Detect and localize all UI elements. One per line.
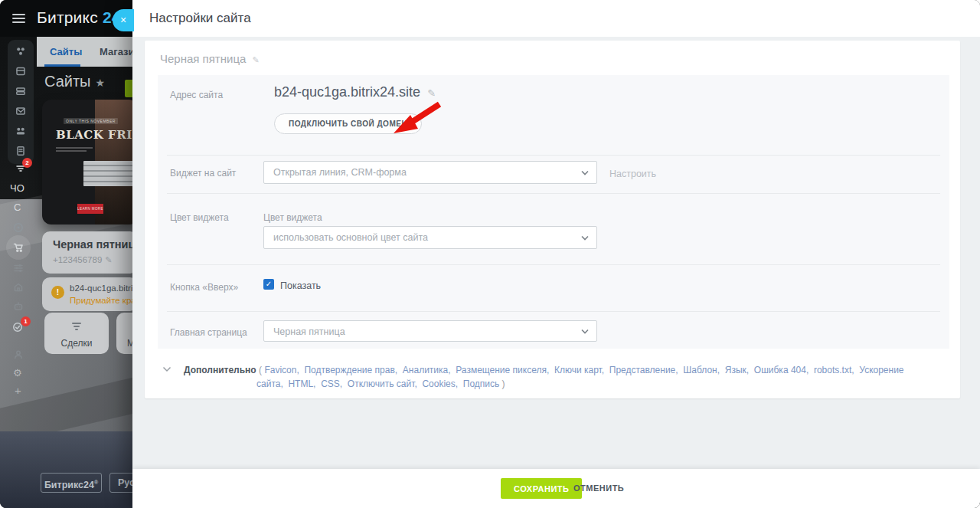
additional-settings: Дополнительно ( FaviconПодтверждение пра… xyxy=(184,363,934,391)
collapse-chevron-icon[interactable] xyxy=(162,366,172,372)
close-panel-button[interactable]: × xyxy=(113,9,134,31)
site-preview-card[interactable]: ONLY THIS NOVEMBER BLACK FRI LEARN MORE xyxy=(42,100,138,225)
widget-label: Виджет на сайт xyxy=(170,168,236,179)
bitrix24-footer-button[interactable]: Битрикс24® xyxy=(41,473,102,493)
show-checkbox-label[interactable]: Показать xyxy=(280,280,321,291)
site-info-card[interactable]: Черная пятница +123456789✎ xyxy=(42,231,138,274)
additional-link[interactable]: CSS xyxy=(321,379,348,389)
site-title: Черная пятница ✎ xyxy=(160,52,260,65)
additional-link[interactable]: Язык xyxy=(725,365,754,375)
additional-link[interactable]: Размещение пикселя xyxy=(456,365,554,375)
menu-letter-s[interactable]: С xyxy=(14,202,21,213)
widget-select[interactable]: Открытая линия, CRM-форма xyxy=(263,161,597,184)
additional-links: FaviconПодтверждение правАналитикаРазмещ… xyxy=(256,365,904,389)
bitrix24-logo: Битрикс 24 xyxy=(37,8,121,27)
tab-active-underline xyxy=(44,64,80,67)
person-icon[interactable] xyxy=(13,349,24,360)
widget-color-label: Цвет виджета xyxy=(170,212,229,223)
panel-title: Настройки сайта xyxy=(149,0,251,37)
alert-hint-link[interactable]: Придумайте крас xyxy=(70,296,140,305)
additional-link[interactable]: Отключить сайт xyxy=(348,379,423,389)
cart-icon[interactable] xyxy=(13,242,24,253)
address-label: Адрес сайта xyxy=(170,90,223,100)
widget-color-sublabel: Цвет виджета xyxy=(263,212,322,223)
additional-link[interactable]: Шаблон xyxy=(683,365,724,375)
tasks-board-icon[interactable] xyxy=(15,66,26,77)
close-paren: ) xyxy=(499,379,505,389)
sliders-icon[interactable] xyxy=(13,263,24,274)
people-icon[interactable] xyxy=(15,126,26,136)
homepage-label: Главная страница xyxy=(170,327,247,338)
homepage-select[interactable]: Черная пятница xyxy=(263,320,597,342)
tab-store[interactable]: Магази xyxy=(100,46,134,57)
alert-domain: b24-quc1ga.bitrix2 xyxy=(70,283,142,293)
tab-strip: Сайты Магази xyxy=(37,37,132,67)
site-settings-panel: Настройки сайта Черная пятница ✎ Адрес с… xyxy=(132,0,980,508)
chevron-down-icon xyxy=(581,235,589,241)
nav-rail xyxy=(8,40,34,164)
site-address-value: b24-quc1ga.bitrix24.site ✎ xyxy=(274,84,436,100)
close-icon: × xyxy=(120,14,126,26)
additional-link[interactable]: robots.txt xyxy=(814,365,859,375)
chevron-down-icon xyxy=(581,170,589,175)
additional-link[interactable]: Ошибка 404 xyxy=(754,365,814,375)
background-page: Битрикс 24 Сайты Магази Сайты★ 2 ЧО С xyxy=(0,0,132,508)
crm-badge: 2 xyxy=(22,158,32,168)
gear-icon[interactable]: ⚙ xyxy=(13,367,22,379)
additional-link[interactable]: Favicon xyxy=(264,365,304,375)
red-arrow-annotation xyxy=(384,100,446,144)
hamburger-menu-icon[interactable] xyxy=(12,14,25,23)
panel-footer: СОХРАНИТЬ ОТМЕНИТЬ xyxy=(132,469,980,508)
documents-icon[interactable] xyxy=(15,146,26,156)
additional-link[interactable]: HTML xyxy=(288,379,321,389)
site-name: Черная пятница xyxy=(53,238,142,251)
app-window: Битрикс 24 Сайты Магази Сайты★ 2 ЧО С xyxy=(0,0,980,508)
preview-headline: BLACK FRI xyxy=(56,128,132,142)
preview-form-table xyxy=(83,161,134,186)
target-icon[interactable] xyxy=(13,222,24,233)
additional-link[interactable]: Подпись xyxy=(463,379,500,389)
site-phone: +123456789✎ xyxy=(53,255,113,265)
row-divider xyxy=(167,155,940,156)
domain-alert-card[interactable]: ! b24-quc1ga.bitrix2 Придумайте крас xyxy=(42,277,138,311)
additional-link[interactable]: Подтверждение прав xyxy=(304,365,402,375)
additional-link[interactable]: Представление xyxy=(609,365,684,375)
warning-icon: ! xyxy=(51,286,64,299)
mail-icon[interactable] xyxy=(15,106,26,116)
row-divider xyxy=(167,193,940,194)
bot-icon[interactable] xyxy=(13,301,24,312)
show-checkbox[interactable]: ✓ xyxy=(263,279,274,290)
preview-text-bar xyxy=(56,147,93,149)
menu-letter-cho[interactable]: ЧО xyxy=(10,182,24,194)
additional-link[interactable]: Аналитика xyxy=(403,365,456,375)
up-button-label: Кнопка «Вверх» xyxy=(170,282,238,293)
row-divider xyxy=(167,311,940,312)
edit-pencil-icon[interactable]: ✎ xyxy=(105,255,112,264)
preview-cta-button: LEARN MORE xyxy=(77,204,103,214)
plus-icon[interactable]: + xyxy=(15,384,21,397)
edit-address-pencil-icon[interactable]: ✎ xyxy=(427,87,436,99)
edit-title-pencil-icon[interactable]: ✎ xyxy=(252,55,259,64)
drawer-icon[interactable] xyxy=(15,86,26,97)
save-button[interactable]: СОХРАНИТЬ xyxy=(501,478,582,499)
storefront-icon[interactable] xyxy=(13,282,24,293)
additional-link[interactable]: Ключи карт xyxy=(554,365,609,375)
tab-sites[interactable]: Сайты xyxy=(50,46,82,57)
funnel-icon xyxy=(72,323,81,332)
row-divider xyxy=(167,264,940,265)
feed-icon[interactable] xyxy=(15,46,26,57)
configure-widget-link[interactable]: Настроить xyxy=(609,169,656,179)
settings-card: Черная пятница ✎ Адрес сайта b24-quc1ga.… xyxy=(145,41,960,398)
chevron-down-icon xyxy=(581,329,589,334)
cancel-button[interactable]: ОТМЕНИТЬ xyxy=(573,478,624,499)
additional-title[interactable]: Дополнительно xyxy=(184,365,256,375)
wallpaper-footer-band xyxy=(0,431,132,508)
page-title: Сайты★ xyxy=(44,73,105,90)
check-icon: ✓ xyxy=(266,280,272,288)
star-icon: ★ xyxy=(96,77,106,89)
additional-link[interactable]: Cookies xyxy=(422,379,462,389)
widget-color-select[interactable]: использовать основной цвет сайта xyxy=(263,226,597,249)
preview-badge: ONLY THIS NOVEMBER xyxy=(64,118,118,124)
settings-form: Адрес сайта b24-quc1ga.bitrix24.site ✎ П… xyxy=(158,75,949,349)
shortcut-deals[interactable]: Сделки xyxy=(44,313,109,354)
